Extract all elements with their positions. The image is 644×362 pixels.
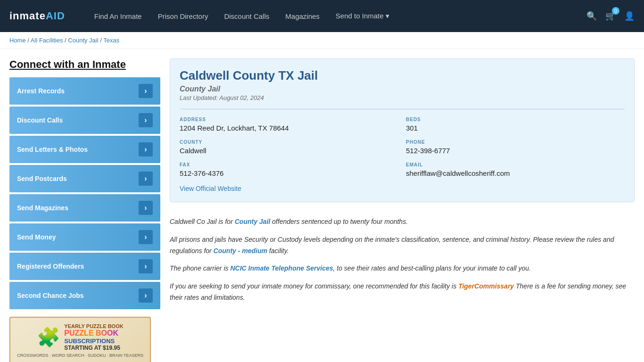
facility-card: Caldwell County TX Jail County Jail Last… [170, 58, 635, 202]
sidebar-arrow-icon: › [139, 230, 153, 244]
breadcrumb: Home / All Facilities / County Jail / Te… [9, 37, 635, 44]
ad-text-block: YEARLY PUZZLE BOOK PUZZLE BOOK SUBSCRIPT… [64, 323, 123, 351]
description: Caldwell Co Jail is for County Jail offe… [170, 212, 635, 315]
desc-p2-suffix: facility. [267, 247, 289, 255]
ad-puzzle-icon: 🧩 [37, 326, 60, 348]
sidebar-item-send-postcards[interactable]: Send Postcards › [9, 165, 160, 192]
desc-p1-suffix: offenders sentenced up to twenty four mo… [270, 218, 408, 225]
sidebar-arrow-icon: › [139, 84, 153, 98]
sidebar-item-label: Arrest Records [17, 87, 65, 95]
ad-content: 🧩 YEARLY PUZZLE BOOK PUZZLE BOOK SUBSCRI… [37, 323, 123, 351]
facility-info-grid: ADDRESS 1204 Reed Dr, Lockhart, TX 78644… [180, 109, 625, 177]
sidebar-arrow-icon: › [139, 142, 153, 156]
county-medium-link[interactable]: County - medium [214, 247, 267, 255]
sidebar-arrow-icon: › [139, 113, 153, 127]
fax-label: FAX [180, 162, 398, 167]
phone-label: PHONE [406, 140, 625, 145]
facility-name: Caldwell County TX Jail [180, 68, 625, 83]
ncic-link[interactable]: NCIC Inmate Telephone Services [230, 264, 333, 272]
address-value: 1204 Reed Dr, Lockhart, TX 78644 [180, 124, 398, 132]
sidebar-item-arrest-records[interactable]: Arrest Records › [9, 77, 160, 105]
header: inmateAID Find An Inmate Prison Director… [0, 0, 644, 32]
county-value: Caldwell [180, 147, 398, 155]
sidebar-item-label: Registered Offenders [17, 263, 84, 270]
ad-puzzle-title: PUZZLE BOOK [64, 329, 123, 337]
cart-icon[interactable]: 🛒 0 [605, 11, 616, 21]
sidebar-arrow-icon: › [139, 172, 153, 186]
desc-p4-prefix: If you are seeking to send your inmate m… [170, 282, 458, 290]
sidebar-item-send-letters-photos[interactable]: Send Letters & Photos › [9, 136, 160, 163]
email-cell: EMAIL sherifflaw@caldwellcosheriff.com [406, 162, 625, 177]
beds-value: 301 [406, 124, 625, 132]
fax-value: 512-376-4376 [180, 169, 398, 177]
sidebar-item-label: Discount Calls [17, 116, 63, 124]
description-para2: All prisons and jails have Security or C… [170, 234, 635, 257]
desc-p3-suffix: , to see their rates and best-calling pl… [333, 264, 531, 272]
breadcrumb-county-jail[interactable]: County Jail [68, 37, 98, 44]
phone-value: 512-398-6777 [406, 147, 625, 155]
view-website-link[interactable]: View Official Website [180, 185, 241, 192]
email-label: EMAIL [406, 162, 625, 167]
sidebar-arrow-icon: › [139, 288, 153, 303]
county-label: COUNTY [180, 140, 398, 145]
ad-banner[interactable]: 🧩 YEARLY PUZZLE BOOK PUZZLE BOOK SUBSCRI… [9, 317, 151, 362]
county-cell: COUNTY Caldwell [180, 140, 398, 155]
content: Caldwell County TX Jail County Jail Last… [170, 58, 635, 362]
facility-type: County Jail [180, 85, 625, 93]
sidebar-menu: Arrest Records › Discount Calls › Send L… [9, 77, 160, 309]
address-label: ADDRESS [180, 117, 398, 122]
sidebar-item-label: Send Money [17, 233, 56, 241]
sidebar-item-send-magazines[interactable]: Send Magazines › [9, 194, 160, 222]
breadcrumb-texas[interactable]: Texas [103, 37, 119, 44]
sidebar-item-label: Send Postcards [17, 175, 67, 182]
ad-yearly-label: YEARLY PUZZLE BOOK [64, 323, 123, 329]
fax-cell: FAX 512-376-4376 [180, 162, 398, 177]
search-icon[interactable]: 🔍 [586, 11, 597, 21]
description-para1: Caldwell Co Jail is for County Jail offe… [170, 216, 635, 228]
main-layout: Connect with an Inmate Arrest Records › … [0, 49, 644, 362]
sidebar-item-label: Second Chance Jobs [17, 292, 84, 299]
description-para4: If you are seeking to send your inmate m… [170, 281, 635, 304]
sidebar-item-second-chance-jobs[interactable]: Second Chance Jobs › [9, 282, 160, 309]
address-cell: ADDRESS 1204 Reed Dr, Lockhart, TX 78644 [180, 117, 398, 132]
sidebar: Connect with an Inmate Arrest Records › … [9, 58, 160, 362]
sidebar-item-label: Send Magazines [17, 204, 68, 212]
email-value: sherifflaw@caldwellcosheriff.com [406, 169, 625, 177]
sidebar-item-label: Send Letters & Photos [17, 146, 88, 153]
logo-text: inmateAID [9, 10, 65, 22]
phone-cell: PHONE 512-398-6777 [406, 140, 625, 155]
user-icon[interactable]: 👤 [624, 11, 635, 21]
description-para3: The phone carrier is NCIC Inmate Telepho… [170, 263, 635, 274]
nav-send-to-inmate[interactable]: Send to Inmate ▾ [330, 8, 395, 24]
nav-prison-directory[interactable]: Prison Directory [152, 8, 214, 24]
breadcrumb-home[interactable]: Home [9, 37, 26, 44]
logo-highlight: AID [46, 10, 65, 22]
cart-badge: 0 [612, 7, 619, 15]
breadcrumb-bar: Home / All Facilities / County Jail / Te… [0, 32, 644, 49]
nav-magazines[interactable]: Magazines [280, 8, 325, 24]
beds-cell: BEDS 301 [406, 117, 625, 132]
main-nav: Find An Inmate Prison Directory Discount… [89, 8, 395, 24]
county-jail-link[interactable]: County Jail [235, 218, 270, 225]
desc-p1-prefix: Caldwell Co Jail is for [170, 218, 235, 225]
nav-discount-calls[interactable]: Discount Calls [218, 8, 275, 24]
breadcrumb-all-facilities[interactable]: All Facilities [31, 37, 63, 44]
desc-p3-prefix: The phone carrier is [170, 264, 230, 272]
nav-find-an-inmate[interactable]: Find An Inmate [89, 8, 148, 24]
sidebar-item-registered-offenders[interactable]: Registered Offenders › [9, 253, 160, 280]
facility-updated: Last Updated: August 02, 2024 [180, 94, 625, 101]
header-icons: 🔍 🛒 0 👤 [586, 11, 635, 21]
ad-subscriptions-label: SUBSCRIPTIONS [64, 337, 123, 345]
ad-price: STARTING AT $19.95 [64, 345, 123, 351]
sidebar-title: Connect with an Inmate [9, 58, 160, 71]
beds-label: BEDS [406, 117, 625, 122]
sidebar-arrow-icon: › [139, 259, 153, 273]
logo[interactable]: inmateAID [9, 10, 65, 22]
sidebar-item-discount-calls[interactable]: Discount Calls › [9, 107, 160, 134]
tiger-commissary-link[interactable]: TigerCommissary [458, 282, 514, 290]
sidebar-arrow-icon: › [139, 201, 153, 215]
ad-types: CROSSWORDS · WORD SEARCH · SUDOKU · BRAI… [17, 353, 143, 358]
sidebar-item-send-money[interactable]: Send Money › [9, 223, 160, 251]
